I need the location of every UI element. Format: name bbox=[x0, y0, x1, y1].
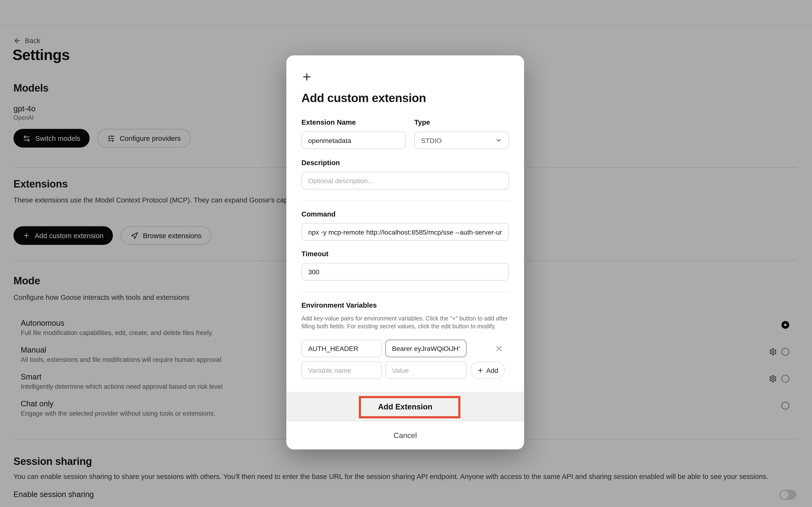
command-label: Command bbox=[301, 210, 509, 218]
extension-name-label: Extension Name bbox=[301, 118, 405, 127]
command-input[interactable] bbox=[301, 223, 509, 241]
timeout-input[interactable] bbox=[301, 263, 509, 281]
env-var-row bbox=[301, 339, 509, 357]
modal-divider bbox=[301, 291, 509, 292]
env-value-input[interactable] bbox=[385, 339, 467, 357]
environment-variables-help: Add key-value pairs for environment vari… bbox=[301, 315, 509, 330]
modal-title: Add custom extension bbox=[301, 92, 509, 104]
chevron-down-icon bbox=[495, 136, 502, 144]
env-add-label: Add bbox=[486, 367, 498, 374]
timeout-label: Timeout bbox=[301, 249, 509, 259]
env-add-button[interactable]: Add bbox=[470, 361, 505, 379]
type-select[interactable]: STDIO bbox=[414, 131, 509, 149]
env-new-value-input[interactable] bbox=[385, 361, 467, 379]
app-window: Back Settings Models gpt-4o OpenAI Switc… bbox=[0, 0, 812, 507]
environment-variables-heading: Environment Variables bbox=[301, 301, 509, 309]
cancel-label: Cancel bbox=[394, 431, 417, 440]
type-label: Type bbox=[414, 118, 509, 127]
plus-icon bbox=[301, 71, 312, 82]
close-icon[interactable] bbox=[494, 344, 503, 353]
modal-divider bbox=[301, 200, 509, 201]
env-help-line-1: Add key-value pairs for environment vari… bbox=[301, 315, 509, 323]
description-input[interactable] bbox=[301, 172, 509, 189]
env-key-input[interactable] bbox=[301, 339, 381, 357]
env-help-line-2: filling both fields. For existing secret… bbox=[301, 323, 509, 331]
add-extension-button[interactable]: Add Extension bbox=[286, 392, 524, 421]
description-label: Description bbox=[301, 159, 509, 167]
cancel-button[interactable]: Cancel bbox=[286, 421, 524, 449]
plus-icon bbox=[477, 367, 484, 374]
add-custom-extension-modal: Add custom extension Extension Name Type… bbox=[286, 55, 524, 449]
type-select-value: STDIO bbox=[421, 136, 441, 144]
env-new-key-input[interactable] bbox=[301, 361, 381, 379]
extension-name-input[interactable] bbox=[301, 131, 405, 149]
env-var-new-row: Add bbox=[301, 361, 509, 379]
add-extension-label: Add Extension bbox=[378, 402, 432, 411]
